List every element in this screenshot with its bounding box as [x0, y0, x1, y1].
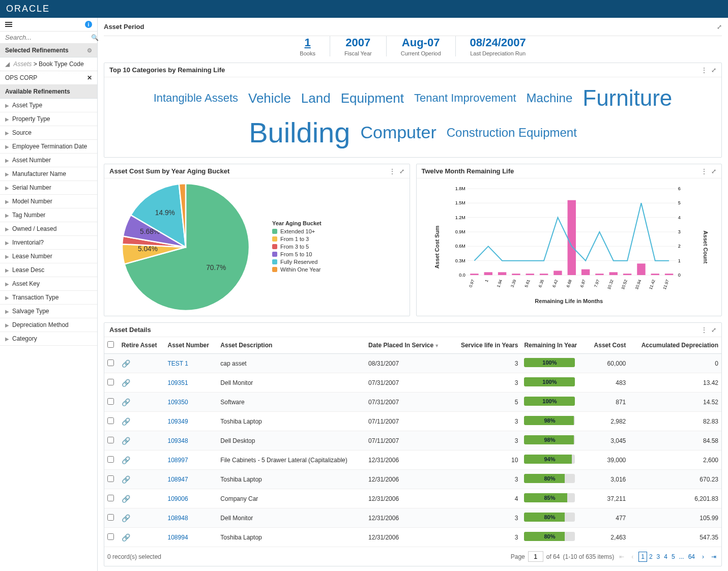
- column-header[interactable]: Accumulated Depreciation: [629, 337, 721, 354]
- row-checkbox[interactable]: [107, 437, 114, 443]
- row-checkbox[interactable]: [107, 475, 114, 482]
- column-header[interactable]: Asset Description: [217, 337, 365, 354]
- refine-item[interactable]: ▶Lease Desc: [0, 263, 97, 277]
- retire-icon[interactable]: 🔗: [122, 475, 130, 484]
- options-icon[interactable]: ⋮: [701, 67, 707, 74]
- legend-item[interactable]: Within One Year: [272, 266, 322, 273]
- column-header[interactable]: [104, 337, 119, 354]
- word-cloud-term[interactable]: Furniture: [583, 85, 672, 111]
- funnel-icon[interactable]: ⚙: [87, 47, 92, 54]
- refine-item[interactable]: ▶Source: [0, 126, 97, 140]
- refine-item[interactable]: ▶Category: [0, 332, 97, 346]
- refine-item[interactable]: ▶Property Type: [0, 112, 97, 126]
- refinement-breadcrumb[interactable]: ◢ Assets > Book Type Code: [0, 57, 97, 71]
- retire-icon[interactable]: 🔗: [122, 495, 130, 503]
- asset-number-link[interactable]: 109349: [168, 418, 188, 425]
- page-link[interactable]: 3: [655, 552, 662, 561]
- close-icon[interactable]: ✕: [87, 74, 92, 81]
- legend-item[interactable]: Fully Reserved: [272, 259, 322, 265]
- column-header[interactable]: Date Placed In Service▼: [365, 337, 451, 354]
- legend-item[interactable]: Extended 10+: [272, 228, 322, 234]
- refine-item[interactable]: ▶Inventorial?: [0, 236, 97, 250]
- refine-item[interactable]: ▶Depreciation Method: [0, 318, 97, 332]
- retire-icon[interactable]: 🔗: [122, 456, 130, 464]
- column-header[interactable]: Service life in Years: [451, 337, 521, 354]
- select-all-checkbox[interactable]: [107, 341, 114, 348]
- refine-item[interactable]: ▶Employee Termination Date: [0, 140, 97, 154]
- refine-item[interactable]: ▶Salvage Type: [0, 305, 97, 318]
- asset-number-link[interactable]: 109348: [168, 437, 188, 444]
- combo-chart[interactable]: 0.00.3M0.6M0.9M1.2M1.5M1.8M01234560.9711…: [422, 184, 717, 295]
- page-last[interactable]: ⇥: [709, 552, 718, 561]
- pie-chart[interactable]: 70.7%5.04%5.68%14.9%: [109, 171, 262, 323]
- word-cloud-term[interactable]: Vehicle: [248, 91, 291, 106]
- row-checkbox[interactable]: [107, 456, 114, 463]
- word-cloud-term[interactable]: Construction Equipment: [447, 126, 577, 140]
- info-icon[interactable]: i: [85, 21, 92, 28]
- page-next[interactable]: ›: [700, 552, 706, 561]
- asset-number-link[interactable]: 108947: [168, 476, 188, 483]
- legend-item[interactable]: From 5 to 10: [272, 251, 322, 257]
- legend-item[interactable]: From 3 to 5: [272, 244, 322, 250]
- word-cloud-term[interactable]: Land: [301, 91, 331, 106]
- refine-item[interactable]: ▶Asset Number: [0, 154, 97, 167]
- refine-item[interactable]: ▶Owned / Leased: [0, 222, 97, 236]
- retire-icon[interactable]: 🔗: [122, 379, 130, 387]
- page-link[interactable]: ...: [677, 552, 686, 561]
- retire-icon[interactable]: 🔗: [122, 417, 130, 426]
- expand-icon[interactable]: ⤢: [711, 168, 716, 175]
- retire-icon[interactable]: 🔗: [122, 437, 130, 445]
- page-link[interactable]: 4: [662, 552, 669, 561]
- refine-item[interactable]: ▶Model Number: [0, 195, 97, 208]
- expand-icon[interactable]: ⤢: [711, 67, 716, 74]
- column-header[interactable]: Asset Cost: [587, 337, 629, 354]
- page-input[interactable]: [528, 551, 543, 562]
- asset-number-link[interactable]: 108994: [168, 534, 188, 541]
- row-checkbox[interactable]: [107, 514, 114, 521]
- page-prev[interactable]: ‹: [629, 552, 635, 561]
- refine-item[interactable]: ▶Transaction Type: [0, 291, 97, 305]
- row-checkbox[interactable]: [107, 495, 114, 501]
- kpi-value[interactable]: 1: [300, 36, 315, 49]
- asset-number-link[interactable]: 108997: [168, 457, 188, 464]
- options-icon[interactable]: ⋮: [389, 168, 395, 175]
- retire-icon[interactable]: 🔗: [122, 359, 130, 368]
- page-link[interactable]: 64: [686, 552, 697, 561]
- asset-number-link[interactable]: 109351: [168, 379, 188, 386]
- row-checkbox[interactable]: [107, 379, 114, 385]
- row-checkbox[interactable]: [107, 359, 114, 366]
- page-link[interactable]: 5: [669, 552, 677, 561]
- options-icon[interactable]: ⋮: [701, 168, 707, 175]
- word-cloud-term[interactable]: Machine: [527, 91, 573, 105]
- refine-item[interactable]: ▶Asset Type: [0, 99, 97, 112]
- word-cloud-term[interactable]: Computer: [360, 123, 436, 142]
- refine-item[interactable]: ▶Asset Key: [0, 277, 97, 291]
- word-cloud-term[interactable]: Tenant Improvement: [414, 92, 516, 105]
- word-cloud-term[interactable]: Intangible Assets: [154, 92, 238, 105]
- retire-icon[interactable]: 🔗: [122, 533, 130, 542]
- refine-item[interactable]: ▶Lease Number: [0, 250, 97, 263]
- retire-icon[interactable]: 🔗: [122, 514, 130, 522]
- refine-item[interactable]: ▶Tag Number: [0, 208, 97, 222]
- row-checkbox[interactable]: [107, 533, 114, 540]
- page-link[interactable]: 2: [647, 552, 655, 561]
- asset-number-link[interactable]: 108948: [168, 515, 188, 522]
- asset-number-link[interactable]: 109006: [168, 495, 188, 502]
- refine-item[interactable]: ▶Serial Number: [0, 181, 97, 195]
- page-first[interactable]: ⇤: [617, 552, 626, 561]
- page-link[interactable]: 1: [638, 552, 647, 562]
- search-input[interactable]: [5, 34, 91, 41]
- options-icon[interactable]: ⋮: [701, 326, 707, 334]
- expand-icon[interactable]: ⤢: [711, 326, 716, 334]
- asset-number-link[interactable]: 109350: [168, 399, 188, 406]
- legend-item[interactable]: From 1 to 3: [272, 236, 322, 242]
- refine-item[interactable]: ▶Manufacturer Name: [0, 167, 97, 181]
- hamburger-icon[interactable]: [5, 22, 12, 27]
- column-header[interactable]: Remaining In Year: [521, 337, 587, 354]
- word-cloud-term[interactable]: Equipment: [341, 91, 404, 106]
- expand-icon[interactable]: ⤢: [717, 23, 722, 31]
- asset-number-link[interactable]: TEST 1: [168, 360, 188, 367]
- row-checkbox[interactable]: [107, 398, 114, 405]
- row-checkbox[interactable]: [107, 417, 114, 424]
- column-header[interactable]: Asset Number: [165, 337, 218, 354]
